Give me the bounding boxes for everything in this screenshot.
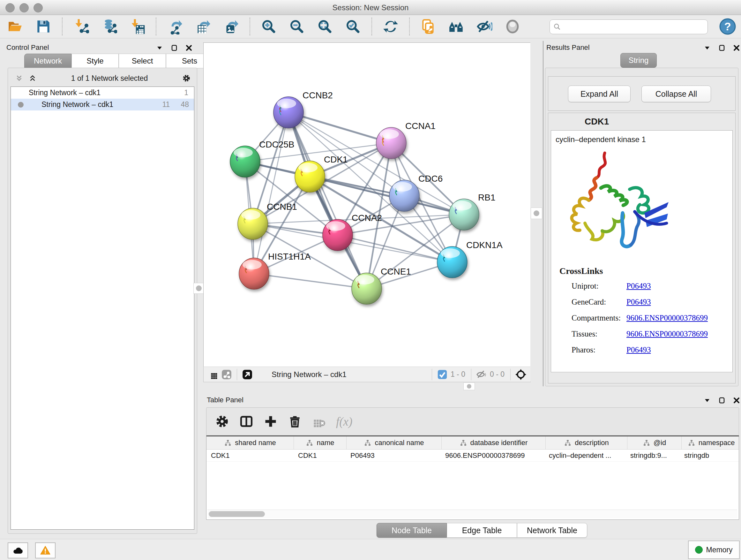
import-network-button[interactable] [72, 17, 90, 36]
tab-select[interactable]: Select [119, 54, 166, 68]
crosslink-link[interactable]: 9606.ENSP00000378699 [626, 329, 708, 338]
help-button[interactable]: ? [719, 17, 737, 36]
search-box[interactable] [549, 19, 708, 34]
results-panel-title: Results Panel [546, 44, 590, 52]
table-cell[interactable]: CDK1 [293, 449, 346, 461]
results-float-icon[interactable] [703, 44, 711, 52]
main-toolbar: ? [0, 15, 741, 38]
tab-edge-table[interactable]: Edge Table [447, 523, 517, 538]
table-horizontal-scrollbar[interactable] [207, 509, 737, 518]
memory-button[interactable]: Memory [688, 541, 740, 559]
collapse-all-button[interactable]: Collapse All [642, 85, 711, 102]
toolbar-separator [250, 17, 250, 36]
column-header-id[interactable]: @id [627, 436, 682, 449]
edge-CCNB2-CCNA1[interactable] [288, 112, 391, 143]
grid-view-icon[interactable] [207, 368, 220, 381]
tab-style[interactable]: Style [71, 54, 119, 68]
delete-column-icon[interactable] [286, 413, 304, 430]
table-cell[interactable]: CDK1 [206, 449, 293, 461]
string-network-graph[interactable]: CCNB2CCNA1CDC25BCDK1CDC6RB1CCNB1CCNA2CDK… [204, 43, 530, 366]
scrollbar-thumb[interactable] [209, 511, 265, 517]
column-header-name[interactable]: name [294, 436, 347, 449]
import-table-button[interactable] [128, 17, 146, 36]
binoculars-button[interactable] [448, 17, 465, 36]
column-type-icon [643, 439, 650, 447]
open-folder-button[interactable] [6, 17, 24, 36]
column-header-canonical-name[interactable]: canonical name [347, 436, 442, 449]
column-header-database-identifier[interactable]: database identifier [442, 436, 546, 449]
edge-HIST1H1A-CCNE1[interactable] [254, 273, 367, 289]
network-row[interactable]: String Network – cdk1 11 48 [11, 99, 194, 111]
node-CCNA1[interactable]: CCNA1 [376, 121, 435, 159]
node-HIST1H1A[interactable]: HIST1H1A [239, 252, 311, 289]
tab-string[interactable]: String [620, 53, 657, 68]
add-column-icon[interactable] [262, 413, 279, 430]
network-options-gear-icon[interactable] [182, 74, 191, 82]
expand-all-icon[interactable] [28, 74, 37, 82]
save-button[interactable] [35, 17, 52, 36]
table-cell[interactable]: P06493 [346, 449, 441, 461]
memory-label: Memory [706, 546, 732, 554]
network-edges[interactable] [245, 112, 464, 289]
results-close-icon[interactable] [733, 44, 740, 52]
table-maximize-icon[interactable] [718, 396, 726, 404]
hidden-eye-icon[interactable] [475, 368, 488, 381]
table-row[interactable]: CDK1CDK1P064939606.ENSP00000378699cyclin… [206, 449, 739, 462]
table-cell[interactable]: cyclin–dependent ... [544, 449, 626, 461]
table-float-icon[interactable] [703, 396, 711, 404]
preview-eye-button[interactable] [503, 17, 522, 36]
column-header-namespace[interactable]: namespace [682, 436, 739, 449]
panel-close-icon[interactable] [185, 44, 193, 52]
clone-network-button[interactable] [419, 17, 437, 36]
bottom-splitter-handle[interactable] [463, 382, 475, 390]
collapse-all-icon[interactable] [15, 74, 23, 82]
crosslink-link[interactable]: 9606.ENSP00000378699 [626, 314, 708, 322]
node-CDKN1A[interactable]: CDKN1A [437, 240, 502, 278]
table-cell[interactable]: 9606.ENSP00000378699 [441, 449, 544, 461]
fit-selected-crosshair-icon[interactable] [515, 368, 527, 381]
edge-CCNB2-HIST1H1A[interactable] [254, 112, 288, 273]
tab-node-table[interactable]: Node Table [377, 523, 447, 538]
import-database-button[interactable] [100, 17, 118, 36]
table-close-icon[interactable] [733, 396, 740, 404]
search-input[interactable] [561, 21, 708, 33]
zoom-fit-button[interactable] [316, 17, 334, 36]
node-table[interactable]: shared name name canonical name database… [206, 435, 739, 520]
selected-checkbox-icon[interactable] [436, 368, 449, 381]
right-splitter-handle[interactable] [531, 207, 542, 219]
open-in-new-window-icon[interactable] [241, 368, 254, 381]
edge-CCNB2-CCNE1[interactable] [288, 112, 367, 289]
crosslink-link[interactable]: P06493 [626, 346, 651, 354]
column-header-description[interactable]: description [546, 436, 627, 449]
crosslink-link[interactable]: P06493 [626, 282, 651, 291]
results-maximize-icon[interactable] [718, 44, 726, 52]
hide-selection-button[interactable] [475, 17, 493, 36]
panel-maximize-icon[interactable] [171, 44, 178, 52]
left-splitter-handle[interactable] [193, 283, 204, 294]
zoom-out-button[interactable] [288, 17, 306, 36]
crosslink-link[interactable]: P06493 [626, 298, 651, 307]
table-settings-gear-icon[interactable] [213, 413, 231, 430]
show-columns-icon[interactable] [238, 413, 255, 430]
share-view-icon[interactable] [220, 368, 233, 381]
node-CCNB1[interactable]: CCNB1 [238, 202, 297, 240]
network-collection-row[interactable]: String Network – cdk1 1 [11, 87, 194, 99]
node-RB1[interactable]: RB1 [449, 192, 495, 230]
warnings-button[interactable] [35, 543, 56, 558]
table-cell[interactable]: stringdb:9... [626, 449, 680, 461]
column-header-shared-name[interactable]: shared name [206, 436, 294, 449]
tab-network-table[interactable]: Network Table [517, 523, 587, 538]
zoom-selected-button[interactable] [344, 17, 362, 36]
expand-all-button[interactable]: Expand All [568, 85, 630, 102]
tab-network[interactable]: Network [24, 54, 71, 68]
panel-float-icon[interactable] [156, 44, 163, 52]
refresh-button[interactable] [382, 17, 400, 36]
node-CCNE1[interactable]: CCNE1 [352, 266, 411, 304]
cloud-sync-button[interactable] [8, 543, 28, 558]
export-image-button[interactable] [222, 17, 240, 36]
export-network-button[interactable] [166, 17, 184, 36]
network-canvas[interactable]: CCNB2CCNA1CDC25BCDK1CDC6RB1CCNB1CCNA2CDK… [203, 43, 531, 367]
export-table-button[interactable] [194, 17, 212, 36]
zoom-in-button[interactable] [260, 17, 278, 36]
table-cell[interactable]: stringdb [680, 449, 739, 461]
